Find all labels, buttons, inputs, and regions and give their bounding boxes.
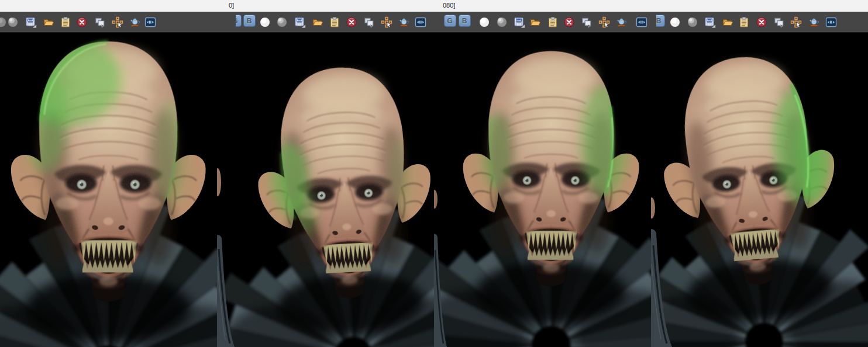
open-folder-button[interactable]	[312, 16, 323, 28]
render-teapot-button[interactable]	[398, 16, 410, 28]
pan-cross-icon	[381, 16, 392, 28]
clone-window-icon	[773, 16, 785, 28]
window-title-fragment: 080]	[443, 2, 455, 9]
toggle-g-button[interactable]: G	[444, 15, 456, 27]
clear-button[interactable]	[76, 16, 88, 28]
sphere-button[interactable]	[276, 16, 288, 28]
paste-clipboard-button[interactable]	[60, 16, 71, 28]
clone-window-button[interactable]	[363, 16, 375, 28]
clear-icon	[76, 16, 88, 28]
channels-button[interactable]	[636, 16, 647, 28]
save-icon	[294, 16, 306, 28]
render-teapot-button[interactable]	[129, 16, 141, 28]
toggle-b-button-partial[interactable]: B	[656, 15, 665, 27]
channels-button[interactable]	[415, 16, 426, 28]
sphere-button[interactable]	[7, 16, 19, 28]
sphere-button[interactable]	[687, 16, 698, 28]
toggle-g-button[interactable]: G	[236, 15, 242, 27]
render-viewport-1[interactable]	[0, 33, 217, 347]
paste-clipboard-icon	[60, 16, 71, 28]
toggle-b-button[interactable]: B	[459, 15, 471, 27]
window-titlebar: 0] 080]	[0, 0, 868, 12]
pan-cross-button[interactable]	[598, 16, 610, 28]
open-folder-icon	[43, 16, 54, 28]
pan-cross-button[interactable]	[112, 16, 123, 28]
open-folder-icon	[722, 16, 733, 28]
circle-white-icon	[478, 16, 490, 28]
window-title-fragment: 0]	[229, 2, 234, 9]
clear-icon	[756, 16, 767, 28]
save-button[interactable]	[704, 16, 716, 28]
save-button[interactable]	[294, 16, 306, 28]
paste-clipboard-icon	[738, 16, 750, 28]
circle-gray-button-partial[interactable]	[0, 16, 7, 28]
save-button[interactable]	[514, 16, 525, 28]
circle-white-button[interactable]	[669, 16, 681, 28]
pan-cross-icon	[112, 16, 123, 28]
paste-clipboard-icon	[547, 16, 559, 28]
pan-cross-button[interactable]	[790, 16, 802, 28]
channels-button[interactable]	[144, 16, 156, 28]
vampire-bust-render-3	[434, 33, 651, 347]
open-folder-button[interactable]	[43, 16, 54, 28]
sphere-icon	[7, 16, 19, 28]
clear-button[interactable]	[346, 16, 357, 28]
clear-button[interactable]	[563, 16, 575, 28]
open-folder-button[interactable]	[529, 16, 541, 28]
circle-gray-icon	[0, 16, 7, 28]
render-window-4-toolbar: B	[651, 12, 868, 32]
paste-clipboard-icon	[329, 16, 340, 28]
vampire-bust-render-1	[0, 33, 217, 347]
pan-cross-icon	[790, 16, 802, 28]
channels-button[interactable]	[825, 16, 837, 28]
save-icon	[25, 16, 37, 28]
render-window-2-toolbar: GB	[217, 12, 434, 32]
clone-window-icon	[363, 16, 375, 28]
circle-white-button[interactable]	[259, 16, 271, 28]
sphere-icon	[496, 16, 508, 28]
render-window-3-toolbar: GB	[434, 12, 651, 32]
clear-button[interactable]	[756, 16, 767, 28]
clear-icon	[346, 16, 357, 28]
sphere-button[interactable]	[496, 16, 508, 28]
open-folder-button[interactable]	[722, 16, 733, 28]
toggle-g-button-partial[interactable]: G	[236, 15, 242, 27]
pan-cross-button[interactable]	[381, 16, 392, 28]
clone-window-button[interactable]	[773, 16, 785, 28]
save-icon	[514, 16, 525, 28]
render-viewport-4[interactable]	[651, 33, 868, 347]
render-teapot-button[interactable]	[616, 16, 628, 28]
clear-icon	[563, 16, 575, 28]
circle-white-icon	[669, 16, 681, 28]
open-folder-icon	[529, 16, 541, 28]
toggle-b-button[interactable]: B	[656, 15, 665, 27]
paste-clipboard-button[interactable]	[547, 16, 559, 28]
render-teapot-icon	[616, 16, 628, 28]
toggle-label: B	[247, 17, 252, 25]
render-viewports	[0, 33, 868, 347]
render-viewport-2[interactable]	[217, 33, 434, 347]
sphere-icon	[687, 16, 698, 28]
toggle-label: B	[656, 17, 662, 25]
save-icon	[704, 16, 716, 28]
render-teapot-icon	[129, 16, 141, 28]
toggle-b-button[interactable]: B	[243, 15, 256, 27]
render-viewport-3[interactable]	[434, 33, 651, 347]
channels-icon	[415, 16, 426, 28]
paste-clipboard-button[interactable]	[738, 16, 750, 28]
toggle-label: B	[462, 17, 467, 25]
render-teapot-button[interactable]	[808, 16, 820, 28]
paste-clipboard-button[interactable]	[329, 16, 340, 28]
sphere-icon	[276, 16, 288, 28]
clone-window-button[interactable]	[94, 16, 106, 28]
render-teapot-icon	[808, 16, 820, 28]
toggle-label: G	[447, 17, 452, 25]
render-window-1-toolbar	[0, 12, 217, 32]
render-toolbars: GBGBB	[0, 12, 868, 33]
clone-window-button[interactable]	[581, 16, 593, 28]
circle-gray-button[interactable]	[0, 16, 7, 28]
toggle-label: G	[236, 17, 238, 25]
save-button[interactable]	[25, 16, 37, 28]
vampire-bust-render-4	[651, 33, 868, 347]
circle-white-button[interactable]	[478, 16, 490, 28]
